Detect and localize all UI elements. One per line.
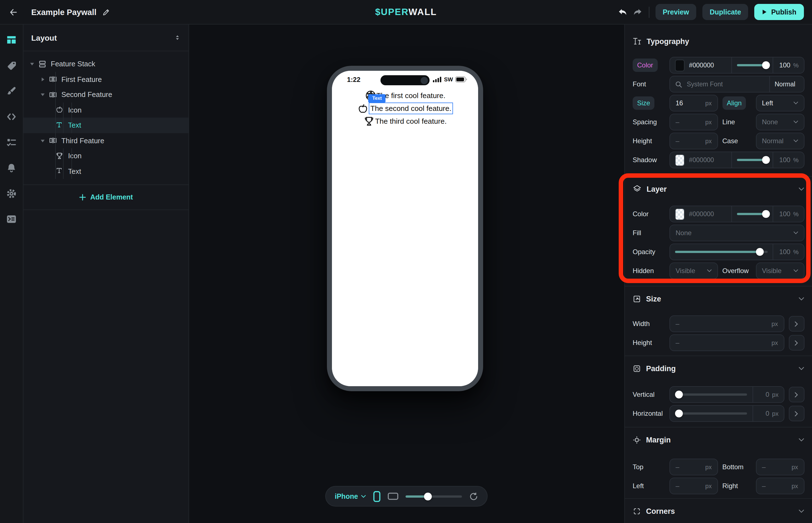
- add-element-button[interactable]: Add Element: [23, 185, 189, 210]
- opacity-slider[interactable]: [670, 244, 772, 260]
- letter-spacing-input[interactable]: – px: [670, 114, 718, 130]
- vertical-padding-slider[interactable]: [670, 387, 752, 402]
- tree-item-icon[interactable]: Icon: [23, 148, 189, 164]
- redo-button[interactable]: [633, 7, 643, 16]
- sidebar-item-terminal[interactable]: [2, 209, 21, 229]
- zoom-slider-knob[interactable]: [424, 492, 432, 500]
- tree-item-third-feature[interactable]: Third Feature: [23, 133, 189, 148]
- tree-item-icon[interactable]: Icon: [23, 102, 189, 118]
- vertical-padding-value[interactable]: 0 px: [752, 387, 783, 402]
- color-hex-input[interactable]: #000000: [670, 57, 731, 73]
- slider-knob[interactable]: [756, 248, 764, 256]
- device-select[interactable]: iPhone: [335, 492, 366, 500]
- margin-header[interactable]: Margin: [633, 428, 804, 452]
- color-opacity-value[interactable]: 100 %: [772, 57, 804, 73]
- zoom-slider[interactable]: [405, 495, 462, 498]
- edit-title-button[interactable]: [102, 8, 110, 16]
- corners-header[interactable]: Corners: [633, 499, 804, 523]
- margin-left-input[interactable]: – px: [670, 477, 718, 494]
- opacity-value-box[interactable]: 100 %: [772, 244, 804, 260]
- portrait-mode-button[interactable]: [373, 491, 380, 502]
- align-select[interactable]: Left: [756, 95, 805, 111]
- layer-color-row: Color #000000 100 %: [633, 205, 804, 222]
- slider-knob[interactable]: [675, 391, 683, 398]
- width-input[interactable]: – px: [670, 315, 784, 332]
- layer-color-opacity-value[interactable]: 100 %: [772, 206, 804, 222]
- feature-row-2[interactable]: Text The second cool feature.: [332, 102, 478, 115]
- font-row: Font System Font Normal: [633, 76, 804, 92]
- vertical-padding-options-button[interactable]: [789, 387, 804, 402]
- layer-color-hex-input[interactable]: #000000: [670, 206, 731, 222]
- sidebar-item-tags[interactable]: [2, 55, 21, 75]
- undo-button[interactable]: [618, 7, 627, 16]
- back-button[interactable]: [9, 7, 18, 16]
- color-opacity-slider[interactable]: [731, 57, 772, 73]
- height-input[interactable]: – px: [670, 335, 784, 351]
- section-title: Layer: [646, 185, 667, 193]
- line-select[interactable]: None: [756, 114, 805, 130]
- tree-item-text[interactable]: Text: [23, 164, 189, 179]
- horizontal-padding-slider[interactable]: [670, 406, 752, 421]
- duplicate-button[interactable]: Duplicate: [702, 4, 748, 20]
- tree-item-second-feature[interactable]: Second Feature: [23, 87, 189, 102]
- size-header[interactable]: Size: [633, 286, 804, 311]
- fill-select[interactable]: None: [670, 224, 804, 241]
- caret-right-icon[interactable]: [40, 77, 45, 82]
- publish-button[interactable]: Publish: [755, 4, 804, 20]
- line-height-input[interactable]: – px: [670, 133, 718, 149]
- line-height-value: –: [676, 137, 702, 145]
- sidebar-item-notifications[interactable]: [2, 158, 21, 178]
- caret-down-icon[interactable]: [40, 138, 45, 143]
- layer-header[interactable]: Layer: [633, 177, 804, 201]
- font-size-unit: px: [705, 100, 712, 106]
- landscape-mode-button[interactable]: [387, 493, 398, 500]
- selected-element-outline[interactable]: Text The second cool feature.: [369, 103, 453, 114]
- font-weight-select[interactable]: Normal: [769, 76, 804, 92]
- overflow-select[interactable]: Visible: [756, 263, 805, 279]
- shadow-swatch[interactable]: [675, 154, 685, 166]
- margin-bottom-input[interactable]: – px: [756, 458, 805, 475]
- layer-color-swatch[interactable]: [675, 208, 685, 220]
- tree-item-first-feature[interactable]: First Feature: [23, 72, 189, 87]
- feature-row-1[interactable]: The first cool feature.: [332, 89, 478, 102]
- font-search-input[interactable]: System Font: [670, 76, 769, 92]
- shadow-opacity-slider[interactable]: [731, 152, 772, 168]
- slider-knob[interactable]: [762, 61, 770, 69]
- slider-knob[interactable]: [762, 210, 770, 218]
- caret-down-icon[interactable]: [29, 61, 35, 67]
- horizontal-padding-options-button[interactable]: [789, 406, 804, 421]
- color-property-label[interactable]: Color: [633, 58, 657, 72]
- opacity-row: Opacity 100 %: [633, 244, 804, 260]
- font-size-input[interactable]: 16 px: [670, 95, 718, 111]
- sort-layers-button[interactable]: [174, 34, 181, 41]
- tree-item-feature-stack[interactable]: Feature Stack: [23, 56, 189, 72]
- slider-knob[interactable]: [675, 410, 683, 417]
- height-options-button[interactable]: [789, 335, 804, 350]
- sidebar-item-layout[interactable]: [2, 30, 21, 50]
- refresh-button[interactable]: [469, 492, 478, 501]
- tree-item-text-selected[interactable]: Text: [23, 118, 189, 133]
- hidden-select[interactable]: Visible: [670, 263, 718, 279]
- align-property-label[interactable]: Align: [723, 96, 746, 110]
- width-options-button[interactable]: [789, 316, 804, 331]
- sidebar-item-code[interactable]: [2, 106, 21, 126]
- size-property-label[interactable]: Size: [633, 96, 655, 110]
- case-select[interactable]: Normal: [756, 133, 805, 149]
- color-swatch[interactable]: [675, 59, 685, 71]
- shadow-opacity-value[interactable]: 100 %: [772, 152, 804, 168]
- sidebar-item-settings[interactable]: [2, 183, 21, 203]
- feature-row-3[interactable]: The third cool feature.: [332, 115, 478, 128]
- caret-down-icon[interactable]: [40, 92, 45, 97]
- margin-right-input[interactable]: – px: [756, 477, 805, 494]
- logo-accent: $UPER: [375, 7, 408, 17]
- hidden-overflow-row: Hidden Visible Overflow Visible: [633, 263, 804, 279]
- horizontal-padding-value[interactable]: 0 px: [752, 406, 783, 421]
- preview-button[interactable]: Preview: [656, 4, 696, 20]
- sidebar-item-checklist[interactable]: [2, 132, 21, 152]
- shadow-hex-input[interactable]: #000000: [670, 152, 731, 168]
- layer-color-opacity-slider[interactable]: [731, 206, 772, 222]
- padding-header[interactable]: Padding: [633, 356, 804, 381]
- slider-knob[interactable]: [762, 156, 770, 164]
- margin-top-input[interactable]: – px: [670, 458, 718, 475]
- sidebar-item-design[interactable]: [2, 81, 21, 101]
